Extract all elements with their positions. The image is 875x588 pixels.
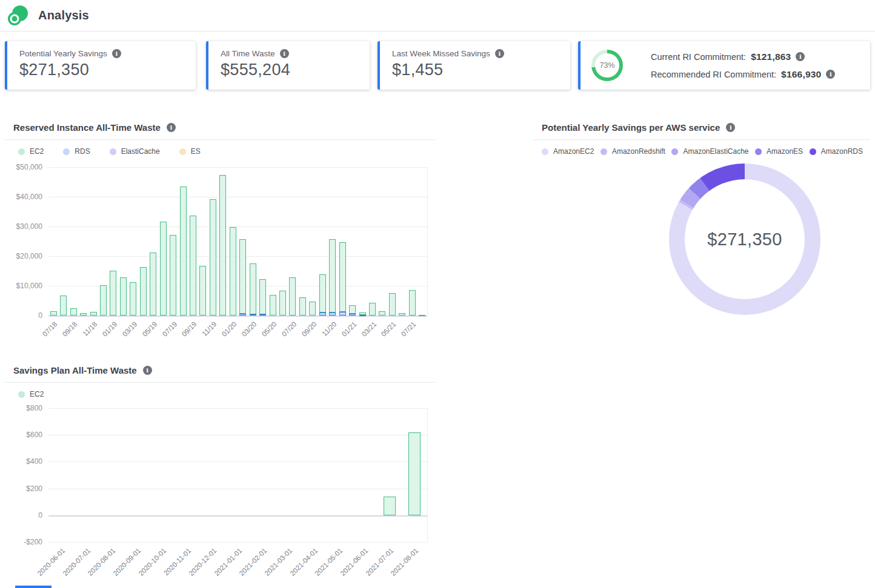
bar-segment[interactable]: [339, 312, 346, 315]
recommended-ri-commitment-row: Recommended RI Commitment: $166,930: [651, 69, 835, 80]
legend-label: AmazonElastiCache: [683, 147, 748, 156]
info-icon[interactable]: [143, 366, 152, 375]
legend-dot: [601, 148, 607, 155]
bar-segment[interactable]: [319, 312, 326, 315]
bar-segment[interactable]: [110, 271, 116, 315]
legend-item-amazonelasticache[interactable]: AmazonElastiCache: [671, 147, 748, 156]
sp-waste-bar-chart: $800$600$400$2000-$2002020-06-012020-07-…: [48, 408, 428, 542]
savings-donut-chart[interactable]: $271,350: [669, 164, 820, 315]
legend-item-ec2[interactable]: EC2: [18, 390, 44, 398]
y-tick-label: $10,000: [0, 282, 42, 290]
legend-label: RDS: [75, 147, 90, 156]
bar-segment[interactable]: [70, 308, 77, 315]
y-tick-label: $20,000: [0, 252, 42, 260]
bar-segment[interactable]: [130, 282, 136, 315]
bar-segment[interactable]: [319, 274, 326, 312]
bar-segment[interactable]: [160, 222, 167, 315]
bar-segment[interactable]: [399, 313, 405, 315]
bar-segment[interactable]: [409, 290, 416, 315]
legend-item-ec2[interactable]: EC2: [18, 147, 44, 156]
legend-label: EC2: [30, 147, 44, 156]
panel-reserved-instance-waste: Reserved Instance All-Time Waste EC2 RDS…: [5, 117, 435, 315]
bar-segment[interactable]: [90, 312, 97, 315]
bar-segment[interactable]: [408, 432, 421, 515]
info-icon[interactable]: [726, 123, 735, 132]
bar-segment[interactable]: [259, 279, 266, 314]
info-icon[interactable]: [167, 123, 176, 132]
legend-item-es[interactable]: ES: [179, 147, 201, 156]
info-icon[interactable]: [495, 49, 504, 58]
gridline: [48, 461, 427, 462]
bar-segment[interactable]: [219, 175, 226, 315]
bar-segment[interactable]: [299, 297, 306, 315]
bar-segment[interactable]: [359, 315, 366, 316]
app-header: Analysis: [0, 0, 875, 31]
row-value: $121,863: [751, 51, 791, 62]
bar-segment[interactable]: [80, 313, 87, 315]
bar-segment[interactable]: [50, 311, 57, 315]
app-logo-icon: [6, 4, 29, 27]
bar-segment[interactable]: [289, 277, 296, 315]
bar-segment[interactable]: [419, 315, 425, 316]
bar-segment[interactable]: [250, 314, 256, 315]
bar-segment[interactable]: [270, 295, 276, 315]
bar-segment[interactable]: [60, 296, 67, 315]
row-value: $166,930: [781, 69, 821, 80]
ri-waste-bar-chart: $50,000$40,000$30,000$20,000$10,000007/1…: [48, 167, 428, 315]
bar-segment[interactable]: [384, 497, 396, 515]
bar-segment[interactable]: [239, 314, 246, 315]
bar-segment[interactable]: [250, 263, 256, 314]
bar-segment[interactable]: [359, 312, 366, 314]
bar-segment[interactable]: [389, 293, 396, 315]
bar-segment[interactable]: [349, 314, 356, 315]
info-icon[interactable]: [826, 70, 835, 79]
info-icon[interactable]: [280, 49, 289, 58]
page-title: Analysis: [38, 8, 89, 22]
bar-segment[interactable]: [279, 291, 286, 315]
card-label: All Time Waste: [221, 49, 275, 58]
bar-segment[interactable]: [170, 235, 176, 315]
card-all-time-waste: All Time Waste $555,204: [206, 41, 370, 90]
legend-label: AmazonRedshift: [612, 147, 665, 156]
bar-segment[interactable]: [180, 187, 187, 315]
y-tick-label: $400: [0, 457, 42, 466]
legend-dot: [63, 148, 70, 155]
card-value: $1,455: [392, 61, 558, 79]
legend-item-amazonec2[interactable]: AmazonEC2: [542, 147, 594, 156]
card-label: Potential Yearly Savings: [19, 49, 107, 58]
gridline: [48, 408, 427, 409]
card-ri-commitment: 73% Current RI Commitment: $121,863 Reco…: [578, 41, 870, 90]
legend-item-rds[interactable]: RDS: [63, 147, 90, 156]
legend-dot: [671, 148, 678, 155]
bar-segment[interactable]: [140, 267, 147, 315]
info-icon[interactable]: [796, 52, 805, 61]
bar-segment[interactable]: [329, 239, 336, 312]
y-tick-label: $200: [0, 484, 42, 493]
bar-segment[interactable]: [259, 314, 266, 315]
bar-segment[interactable]: [329, 312, 336, 315]
card-potential-yearly-savings: Potential Yearly Savings $271,350: [5, 41, 196, 90]
y-tick-label: $40,000: [0, 193, 42, 201]
bar-segment[interactable]: [239, 239, 246, 314]
bar-segment[interactable]: [150, 253, 156, 315]
y-tick-label: $30,000: [0, 222, 42, 231]
info-icon[interactable]: [112, 49, 121, 58]
bar-segment[interactable]: [190, 216, 196, 315]
bar-segment[interactable]: [339, 242, 346, 311]
bar-segment[interactable]: [210, 199, 216, 315]
bar-segment[interactable]: [309, 302, 316, 315]
bar-segment[interactable]: [199, 266, 206, 315]
legend-item-amazonredshift[interactable]: AmazonRedshift: [601, 147, 665, 156]
bar-segment[interactable]: [100, 285, 107, 315]
ri-coverage-gauge: 73%: [591, 50, 623, 81]
panel-title: Reserved Instance All-Time Waste: [13, 122, 161, 133]
bar-segment[interactable]: [230, 227, 236, 315]
bar-segment[interactable]: [120, 277, 127, 315]
legend-item-amazones[interactable]: AmazonES: [755, 147, 803, 156]
legend-dot: [810, 148, 816, 155]
bar-segment[interactable]: [369, 303, 376, 315]
bar-segment[interactable]: [379, 311, 385, 315]
bar-segment[interactable]: [349, 305, 356, 313]
legend-item-elasticache[interactable]: ElastiCache: [110, 147, 160, 156]
legend-item-amazonrds[interactable]: AmazonRDS: [810, 147, 863, 156]
